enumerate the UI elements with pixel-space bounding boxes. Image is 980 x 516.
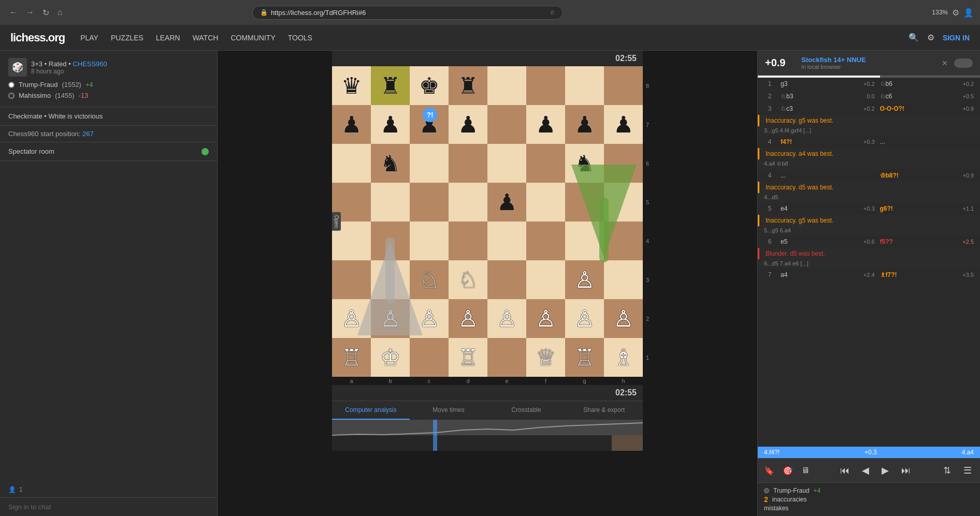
square-g2[interactable]: ♙ (565, 299, 604, 338)
nav-community[interactable]: COMMUNITY (230, 34, 275, 42)
move-black-7[interactable]: ♗f7?! (877, 270, 950, 280)
target-icon[interactable]: 🎯 (783, 466, 793, 476)
square-a1[interactable]: ♖ (332, 338, 371, 377)
square-e1[interactable] (487, 338, 526, 377)
square-e8[interactable] (487, 66, 526, 105)
square-c3[interactable]: ♘ (410, 260, 449, 299)
square-f5[interactable] (526, 183, 565, 222)
profile-icon[interactable]: 👤 (963, 8, 974, 18)
start-pos-number[interactable]: 267 (82, 130, 94, 138)
nav-watch[interactable]: WATCH (193, 34, 219, 42)
square-c5[interactable] (410, 183, 449, 222)
square-b3[interactable] (371, 260, 410, 299)
nav-play[interactable]: PLAY (80, 34, 98, 42)
square-f4[interactable] (526, 222, 565, 260)
move-black-2[interactable]: ♘c6 (877, 91, 950, 101)
move-black-4a[interactable]: ... (877, 137, 950, 147)
move-white-5[interactable]: e4 (777, 203, 851, 214)
open-sidebar-button[interactable]: Open (332, 212, 341, 231)
square-d4[interactable] (449, 222, 487, 260)
square-b1[interactable]: ♔ (371, 338, 410, 377)
square-f1[interactable]: ♕ (526, 338, 565, 377)
square-h7[interactable]: ♟ (604, 105, 643, 144)
square-e7[interactable] (487, 105, 526, 144)
next-move-button[interactable]: ▶ (880, 463, 891, 478)
prev-move-button[interactable]: ◀ (860, 463, 871, 478)
engine-close-button[interactable]: ✕ (942, 59, 948, 67)
square-d8[interactable]: ♜ (449, 66, 487, 105)
chat-input-area[interactable]: Sign in to chat (0, 497, 217, 516)
move-white-6[interactable]: e5 (777, 237, 851, 247)
square-g6[interactable]: ♞ (565, 144, 604, 183)
move-black-6[interactable]: f5?? (877, 237, 950, 247)
move-white-7[interactable]: a4 (777, 270, 851, 280)
move-white-1[interactable]: g3 (777, 79, 851, 89)
chat-placeholder[interactable]: Sign in to chat (8, 503, 51, 511)
square-c4[interactable] (410, 222, 449, 260)
square-a8[interactable]: ♛ (332, 66, 371, 105)
square-f3[interactable] (526, 260, 565, 299)
square-c1[interactable] (410, 338, 449, 377)
square-h2[interactable]: ♙ (604, 299, 643, 338)
search-icon[interactable]: 🔍 (909, 33, 919, 42)
square-h6[interactable] (604, 144, 643, 183)
square-c2[interactable]: ♙ (410, 299, 449, 338)
square-f6[interactable] (526, 144, 565, 183)
square-b8[interactable]: ♜ (371, 66, 410, 105)
move-white-3[interactable]: ♘c3 (777, 104, 851, 114)
move-white-4a[interactable]: f4?! (777, 137, 851, 147)
engine-toggle-switch[interactable] (954, 58, 973, 68)
move-list[interactable]: 1 g3 +0.2 ♘b6 +0.2 2 ♘b3 0.0 ♘c6 +0.5 3 (758, 78, 980, 447)
square-b5[interactable] (371, 183, 410, 222)
square-b6[interactable]: ♞ (371, 144, 410, 183)
tab-move-times[interactable]: Move times (410, 401, 487, 420)
back-button[interactable]: ← (6, 6, 21, 19)
square-h5[interactable] (604, 183, 643, 222)
square-f2[interactable]: ♙ (526, 299, 565, 338)
square-d7[interactable]: ♟ (449, 105, 487, 144)
square-h3[interactable] (604, 260, 643, 299)
square-g4[interactable] (565, 222, 604, 260)
square-f8[interactable] (526, 66, 565, 105)
first-move-button[interactable]: ⏮ (838, 463, 852, 478)
square-d2[interactable]: ♙ (449, 299, 487, 338)
move-black-5[interactable]: g6?! (877, 203, 950, 214)
square-a3[interactable] (332, 260, 371, 299)
square-g1[interactable]: ♖ (565, 338, 604, 377)
square-b7[interactable]: ♟ (371, 105, 410, 144)
square-a2[interactable]: ♙ (332, 299, 371, 338)
extensions-icon[interactable]: ⚙ (952, 8, 959, 18)
current-move-left[interactable]: 4.f4?! (764, 449, 780, 456)
nav-learn[interactable]: LEARN (156, 34, 180, 42)
flip-board-button[interactable]: ⇅ (941, 463, 953, 478)
url-bar[interactable]: 🔒 https://lichess.org/TdRGFHRi#6 ☆ (252, 6, 563, 20)
logo[interactable]: lichess.org (10, 31, 65, 45)
square-e6[interactable] (487, 144, 526, 183)
square-b2[interactable]: ♙ (371, 299, 410, 338)
square-e3[interactable] (487, 260, 526, 299)
move-black-4b[interactable]: ♔b8?! (877, 170, 950, 181)
home-button[interactable]: ⌂ (54, 6, 66, 19)
square-c6[interactable] (410, 144, 449, 183)
tab-share-export[interactable]: Share & export (565, 401, 643, 420)
square-f7[interactable]: ♟ (526, 105, 565, 144)
monitor-icon[interactable]: 🖥 (801, 466, 810, 475)
square-h8[interactable] (604, 66, 643, 105)
square-b4[interactable] (371, 222, 410, 260)
favorite-icon[interactable]: ☆ (550, 9, 555, 16)
bookmark-icon[interactable]: 🔖 (764, 466, 774, 476)
chess-board[interactable]: ♛♜♚♜♟♟♟♟♟♟♟♞♞♟♘♘♙♙♙♙♙♙♙♙♙♖♔♖♕♖♗ (332, 66, 643, 377)
square-d5[interactable] (449, 183, 487, 222)
square-h4[interactable] (604, 222, 643, 260)
move-white-4b[interactable]: ... (777, 170, 851, 181)
nav-tools[interactable]: TOOLS (288, 34, 312, 42)
square-d6[interactable] (449, 144, 487, 183)
square-e5[interactable]: ♟ (487, 183, 526, 222)
square-e4[interactable] (487, 222, 526, 260)
square-g5[interactable] (565, 183, 604, 222)
square-a6[interactable] (332, 144, 371, 183)
tab-computer-analysis[interactable]: Computer analysis (332, 401, 410, 420)
move-black-1[interactable]: ♘b6 (877, 79, 950, 89)
square-g8[interactable] (565, 66, 604, 105)
chess960-link[interactable]: CHESS960 (73, 60, 107, 68)
